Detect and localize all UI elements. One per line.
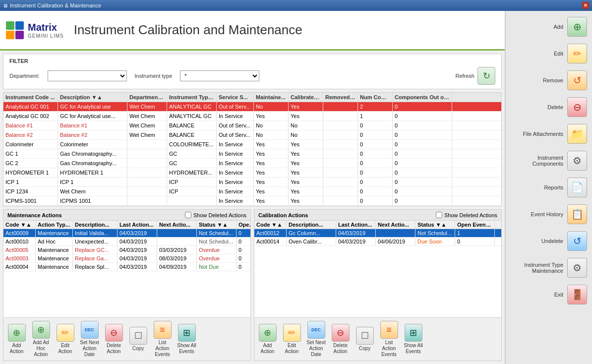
title-bar: 🖥 Instrument Calibration & Maintenance ✕ xyxy=(0,0,592,11)
sidebar-btn-2[interactable]: Remove ↺ xyxy=(509,68,589,92)
inst-removed xyxy=(323,121,358,130)
show-deleted-calib-checkbox[interactable] xyxy=(436,212,442,218)
instrument-row[interactable]: GC 1 Gas Chromatography... GC In Service… xyxy=(3,149,501,159)
sidebar-btn-5[interactable]: InstrumentComponents ⚙ xyxy=(509,149,589,173)
calib-btn-2[interactable]: DEC Set NextActionDate xyxy=(305,320,327,359)
instrument-row[interactable]: ICP 1 ICP 1 ICP In Service Yes Yes 0 0 xyxy=(3,178,501,187)
maint-row[interactable]: Act00010 Ad Hoc Unexpected... 04/03/2019… xyxy=(3,238,250,246)
maint-btn-label-6: ListActionEvents xyxy=(155,340,170,358)
maint-row-type: Maintenance xyxy=(36,229,73,237)
maint-th-type: Action Typ... xyxy=(36,221,73,229)
maint-row-last: 04/03/2019 xyxy=(118,229,157,237)
inst-itype: ANALYTICAL GC xyxy=(167,102,217,111)
sidebar-btn-10[interactable]: Exit 🚪 xyxy=(509,283,589,306)
inst-numcomp: 1 xyxy=(358,112,393,121)
inst-removed xyxy=(323,130,358,139)
maint-row[interactable]: Act00003 Maintenance Replace Ga... 04/03… xyxy=(3,254,250,263)
calib-btn-label-5: ListActionEvents xyxy=(381,340,397,358)
maint-row[interactable]: Act00005 Maintenance Replace GC... 04/03… xyxy=(3,246,250,254)
inst-calib: No xyxy=(289,121,323,130)
instrument-row[interactable]: HYDROMETER 1 HYDROMETER 1 HYDROMETER... … xyxy=(3,168,501,178)
sidebar-btn-label-9: Instrument TypeMaintenance xyxy=(511,262,563,274)
inst-svc: In Service xyxy=(217,140,254,149)
department-select[interactable] xyxy=(48,70,127,81)
instrument-row[interactable]: GC 2 Gas Chromatography... GC In Service… xyxy=(3,159,501,168)
sidebar-btn-7[interactable]: Event History 📋 xyxy=(509,202,589,226)
inst-calib: Yes xyxy=(289,187,323,196)
calib-row[interactable]: Act00012 Gc Column... 04/03/2019 Not Sch… xyxy=(254,229,501,238)
instrument-row[interactable]: ICPMS-1001 ICPMS 1001 In Service Yes Yes… xyxy=(3,196,501,206)
maint-btn-label-5: Copy xyxy=(132,346,144,352)
th-svc: Service S... xyxy=(217,93,254,102)
calib-btn-1[interactable]: ✏ EditAction xyxy=(281,323,303,356)
inst-numcomp: 0 xyxy=(358,187,393,196)
sidebar-btn-9[interactable]: Instrument TypeMaintenance ⚙ xyxy=(509,256,589,280)
logo-sq-purple xyxy=(15,31,24,39)
refresh-button[interactable]: ↻ xyxy=(477,67,495,85)
inst-compout: 0 xyxy=(393,121,452,130)
calib-th-open: Open Events ▼... xyxy=(455,221,495,229)
sidebar-btn-label-3: Delete xyxy=(511,104,563,110)
calib-btn-5[interactable]: ≡ ListActionEvents xyxy=(378,320,400,359)
maint-btn-0[interactable]: ⊕ AddAction xyxy=(5,323,28,356)
instrument-row[interactable]: ICP 1234 Wet Chem ICP In Service Yes Yes… xyxy=(3,187,501,196)
calib-btn-icon-5: ≡ xyxy=(380,321,398,339)
maint-btn-7[interactable]: ⊞ Show AllEvents xyxy=(176,323,198,356)
sidebar-btn-8[interactable]: Undelete ↺ xyxy=(509,229,589,253)
inst-desc: Colorimeter xyxy=(58,140,127,149)
th-dept: Department ▼▲ xyxy=(127,93,167,102)
maint-row[interactable]: Act00009 Maintenance Initial Valida... 0… xyxy=(3,229,250,238)
calib-btn-3[interactable]: ⊖ DeleteAction xyxy=(329,323,352,356)
calibration-panel: Calibration Actions Show Deleted Actions… xyxy=(254,209,502,361)
maint-btn-6[interactable]: ≡ ListActionEvents xyxy=(151,320,174,359)
inst-removed xyxy=(323,178,358,186)
sidebar-btn-6[interactable]: Reports 📄 xyxy=(509,176,589,199)
instrument-row[interactable]: Balance #2 Balance #2 Wet Chem BALANCE O… xyxy=(3,130,501,140)
calib-btn-icon-3: ⊖ xyxy=(332,324,350,342)
instrument-row[interactable]: Balance #1 Balance #1 Wet Chem BALANCE O… xyxy=(3,121,501,130)
logo-sq-green xyxy=(6,21,14,30)
instrument-row[interactable]: Analytical GC 002 GC for Analytical use.… xyxy=(3,112,501,121)
maint-btn-4[interactable]: ⊖ DeleteAction xyxy=(103,323,125,356)
maint-row-desc: Initial Valida... xyxy=(73,229,118,237)
inst-code: Balance #2 xyxy=(3,130,58,139)
maint-th-desc: Description... xyxy=(73,221,118,229)
inst-itype: GC xyxy=(167,149,217,158)
maint-btn-2[interactable]: ✏ EditAction xyxy=(54,323,76,356)
maint-btn-3[interactable]: DEC Set NextActionDate xyxy=(78,320,101,359)
sidebar-btn-0[interactable]: Add ⊕ xyxy=(509,15,589,39)
maint-row[interactable]: Act00004 Maintenance Replace Spl... 04/0… xyxy=(3,263,250,271)
maint-row-last: 04/03/2019 xyxy=(118,238,157,245)
inst-dept xyxy=(127,187,167,196)
maint-btn-icon-7: ⊞ xyxy=(178,324,196,342)
calib-btn-6[interactable]: ⊞ Show AllEvents xyxy=(402,323,424,356)
close-button[interactable]: ✕ xyxy=(582,2,589,9)
instrument-row[interactable]: Colorimeter Colorimeter COLOURIMETE... I… xyxy=(3,140,501,149)
filter-row: Department: Instrument type * Refresh ↻ xyxy=(9,67,495,85)
inst-calib: Yes xyxy=(289,149,323,158)
calib-row[interactable]: Act00014 Oven Calibr... 04/03/2019 04/06… xyxy=(254,238,501,246)
maint-btn-5[interactable]: ☐ Copy xyxy=(127,326,149,353)
maint-btn-label-3: Set NextActionDate xyxy=(80,340,99,358)
sidebar-btn-label-2: Remove xyxy=(511,77,563,83)
sidebar-btn-3[interactable]: Delete ⊖ xyxy=(509,95,589,119)
show-deleted-maint-checkbox[interactable] xyxy=(185,212,191,218)
app-container: Matrix GEMINI LIMS Instrument Calibratio… xyxy=(0,11,592,364)
maint-row-last: 04/03/2019 xyxy=(118,263,157,271)
filter-section: FILTER Department: Instrument type * Ref… xyxy=(3,54,502,89)
sidebar-btn-1[interactable]: Edit ✏ xyxy=(509,42,589,65)
inst-removed xyxy=(323,112,358,121)
sidebar-btn-4[interactable]: File Attachments 📁 xyxy=(509,122,589,146)
inst-maint: Yes xyxy=(254,168,289,177)
calib-btn-label-0: AddAction xyxy=(261,343,275,355)
inst-type-select[interactable]: * xyxy=(180,70,259,81)
inst-compout: 0 xyxy=(393,112,452,121)
sidebar-btn-icon-2: ↺ xyxy=(567,70,587,90)
maint-row-status: Not Schedul... xyxy=(197,238,237,245)
calib-btn-4[interactable]: ☐ Copy xyxy=(354,326,376,353)
instrument-row[interactable]: Analytical GC 001 GC for Analytical use … xyxy=(3,102,501,112)
inst-maint: Yes xyxy=(254,140,289,149)
left-panel: Matrix GEMINI LIMS Instrument Calibratio… xyxy=(0,11,505,364)
maint-btn-1[interactable]: ⊕ Add AdHocAction xyxy=(30,320,52,359)
calib-btn-0[interactable]: ⊕ AddAction xyxy=(256,323,279,356)
